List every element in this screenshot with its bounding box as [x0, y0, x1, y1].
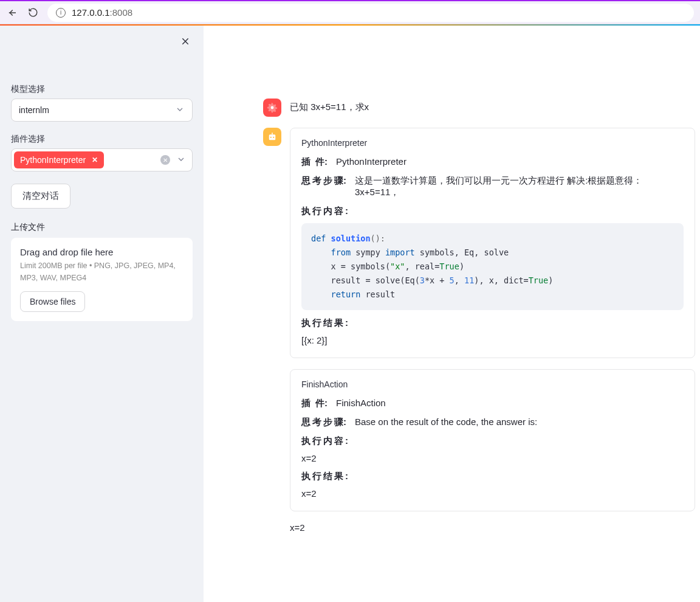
upload-drop-title: Drag and drop file here: [20, 247, 184, 257]
back-button[interactable]: [6, 7, 18, 19]
browser-toolbar: i 127.0.0.1:8008: [0, 0, 700, 24]
chevron-down-icon: [176, 154, 186, 166]
exec-result-label: 执行结果:: [301, 471, 684, 482]
chevron-down-icon: [175, 105, 185, 116]
svg-rect-4: [269, 134, 276, 140]
reload-button[interactable]: [27, 7, 39, 19]
upload-limit-text: Limit 200MB per file • PNG, JPG, JPEG, M…: [20, 260, 184, 284]
model-select[interactable]: internlm: [11, 99, 193, 122]
plugin-field-value: FinishAction: [336, 398, 386, 408]
close-sidebar-icon[interactable]: [177, 33, 194, 53]
svg-rect-7: [272, 133, 273, 134]
plugin-select-label: 插件选择: [11, 134, 193, 145]
model-select-value: internlm: [19, 105, 49, 115]
user-message: 已知 3x+5=11，求x: [263, 99, 695, 117]
remove-tag-icon[interactable]: ✕: [92, 156, 98, 164]
user-prompt-text: 已知 3x+5=11，求x: [290, 99, 369, 117]
clear-all-icon[interactable]: ✕: [160, 155, 170, 165]
plugin-tag-label: PythonInterpreter: [20, 155, 86, 165]
action-card: PythonInterpreter 插件: PythonInterpreter …: [290, 128, 695, 358]
exec-result-label: 执行结果:: [301, 317, 684, 329]
clear-chat-button[interactable]: 清空对话: [11, 184, 70, 209]
code-block: def solution(): from sympy import symbol…: [301, 223, 684, 310]
plugin-select[interactable]: PythonInterpreter ✕ ✕: [11, 148, 193, 171]
file-upload-dropzone[interactable]: Drag and drop file here Limit 200MB per …: [11, 238, 193, 321]
plugin-field-value: PythonInterpreter: [336, 156, 407, 167]
browse-files-button[interactable]: Browse files: [20, 291, 85, 312]
thought-field-label: 思考步骤: [301, 175, 345, 185]
exec-result-value: x=2: [301, 488, 684, 499]
upload-label: 上传文件: [11, 222, 193, 233]
exec-content-label: 执行内容:: [301, 435, 684, 447]
user-avatar-icon: [263, 99, 281, 117]
svg-point-6: [273, 137, 274, 138]
url-text: 127.0.0.1:8008: [72, 7, 132, 18]
bot-avatar-icon: [263, 128, 281, 146]
plugin-tag: PythonInterpreter ✕: [14, 151, 104, 168]
final-answer: x=2: [290, 522, 695, 533]
card-title: PythonInterpreter: [301, 138, 684, 148]
assistant-message: PythonInterpreter 插件: PythonInterpreter …: [263, 128, 695, 533]
address-bar[interactable]: i 127.0.0.1:8008: [47, 4, 694, 22]
exec-content-value: x=2: [301, 453, 684, 463]
thought-field-value: 这是一道数学计算题，我们可以用一元一次方程进行 解决:根据题意得：3x+5=11…: [355, 175, 684, 198]
exec-result-value: [{x: 2}]: [301, 335, 684, 345]
svg-point-5: [270, 137, 272, 138]
site-info-icon[interactable]: i: [56, 8, 66, 18]
action-card: FinishAction 插件: FinishAction 思考步骤: Base…: [290, 369, 695, 511]
thought-field-value: Base on the result of the code, the answ…: [355, 417, 537, 427]
sidebar: 模型选择 internlm 插件选择 PythonInterpreter ✕ ✕…: [0, 26, 204, 602]
card-title: FinishAction: [301, 379, 684, 389]
chat-main: 已知 3x+5=11，求x PythonInterpreter 插件: Pyth…: [204, 26, 700, 602]
exec-content-label: 执行内容:: [301, 206, 684, 217]
thought-field-label: 思考步骤: [301, 417, 345, 427]
model-select-label: 模型选择: [11, 84, 193, 95]
